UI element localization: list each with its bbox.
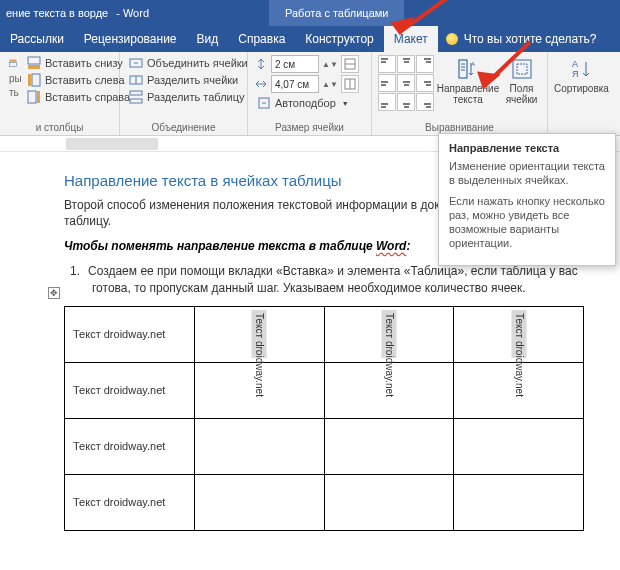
row-icon (9, 56, 17, 70)
alignment-grid (378, 55, 434, 121)
svg-rect-22 (517, 64, 527, 74)
tooltip-p2: Если нажать кнопку несколько раз, можно … (449, 194, 605, 251)
sort-icon: AЯ (569, 57, 593, 81)
group-data: AЯ Сортировка (548, 52, 612, 135)
align-bl[interactable] (378, 93, 396, 111)
svg-rect-6 (28, 91, 36, 103)
svg-rect-19 (459, 60, 467, 78)
group-rows-cols: ры ть Вставить снизу Вставить слева Вста… (0, 52, 120, 135)
split-table-icon (129, 90, 143, 104)
group-label-merge: Объединение (126, 121, 241, 135)
svg-rect-3 (28, 65, 40, 69)
col-width-control[interactable]: 4,07 см ▲▼ (254, 75, 359, 93)
group-label-rows: и столбцы (6, 121, 113, 135)
svg-text:A: A (572, 59, 578, 69)
ribbon: ры ть Вставить снизу Вставить слева Вста… (0, 52, 620, 136)
table-row: Текст droidway.net (65, 362, 584, 418)
align-bc[interactable] (397, 93, 415, 111)
svg-text:Я: Я (572, 69, 579, 79)
svg-rect-7 (37, 91, 40, 103)
contextual-tab-title: Работа с таблицами (269, 0, 404, 26)
tooltip-p1: Изменение ориентации текста в выделенных… (449, 159, 605, 188)
split-cells-button[interactable]: Разделить ячейки (126, 72, 251, 88)
autofit-button[interactable]: Автоподбор▼ (254, 95, 359, 111)
tooltip-title: Направление текста (449, 142, 605, 154)
align-tr[interactable] (416, 55, 434, 73)
cell-h[interactable]: Текст droidway.net (65, 418, 195, 474)
merge-cells-button[interactable]: Объединить ячейки (126, 55, 251, 71)
height-icon (254, 57, 268, 71)
dist-cols-button[interactable] (341, 75, 359, 93)
insert-right-icon (27, 90, 41, 104)
svg-rect-1 (10, 60, 17, 62)
split-table-button[interactable]: Разделить таблицу (126, 89, 251, 105)
insert-left-button[interactable]: Вставить слева (24, 72, 133, 88)
tab-design[interactable]: Конструктор (295, 26, 383, 52)
svg-rect-2 (28, 57, 40, 64)
tell-me[interactable]: Что вы хотите сделать? (438, 26, 605, 52)
merge-icon (129, 56, 143, 70)
tab-mailings[interactable]: Рассылки (0, 26, 74, 52)
svg-rect-5 (28, 74, 31, 86)
height-input[interactable]: 2 см (271, 55, 319, 73)
insert-below-button[interactable]: Вставить снизу (24, 55, 133, 71)
cell-v[interactable]: Текст droidway.net (454, 306, 584, 362)
row-height-control[interactable]: 2 см ▲▼ (254, 55, 359, 73)
group-alignment: A Направление текста Поля ячейки Выравни… (372, 52, 548, 135)
cell-h[interactable]: Текст droidway.net (65, 474, 195, 530)
tab-view[interactable]: Вид (187, 26, 229, 52)
align-mr[interactable] (416, 74, 434, 92)
align-ml[interactable] (378, 74, 396, 92)
width-input[interactable]: 4,07 см (271, 75, 319, 93)
app-name: - Word (108, 7, 149, 19)
svg-rect-21 (513, 60, 531, 78)
table-row: Текст droidway.net (65, 418, 584, 474)
tab-help[interactable]: Справка (228, 26, 295, 52)
split-cells-icon (129, 73, 143, 87)
group-cell-size: 2 см ▲▼ 4,07 см ▲▼ Автоподбор▼ Размер яч… (248, 52, 372, 135)
list-item-1: 1.Создаем ее при помощи вкладки «Вставка… (92, 263, 582, 295)
align-tl[interactable] (378, 55, 396, 73)
svg-rect-0 (10, 62, 17, 66)
tab-layout[interactable]: Макет (384, 26, 438, 52)
insert-above-stub[interactable] (6, 55, 20, 71)
sort-button[interactable]: AЯ Сортировка (554, 55, 609, 121)
cell-h[interactable]: Текст droidway.net (65, 306, 195, 362)
doc-title: ение текста в ворде (0, 7, 108, 19)
insert-right-button[interactable]: Вставить справа (24, 89, 133, 105)
svg-text:A: A (471, 61, 475, 67)
svg-rect-12 (130, 91, 142, 95)
rows-stub: ры (6, 72, 20, 85)
cell-margins-button[interactable]: Поля ячейки (502, 55, 541, 121)
cell-v[interactable]: Текст droidway.net (194, 306, 324, 362)
svg-rect-13 (130, 99, 142, 103)
lightbulb-icon (446, 33, 458, 45)
group-label-size: Размер ячейки (254, 121, 365, 135)
insert-below-icon (27, 56, 41, 70)
table-row: Текст droidway.net Текст droidway.net Те… (65, 306, 584, 362)
svg-rect-4 (32, 74, 40, 86)
text-direction-button[interactable]: A Направление текста (438, 55, 498, 121)
cell-h[interactable]: Текст droidway.net (65, 362, 195, 418)
cell-margins-icon (510, 57, 534, 81)
text-direction-icon: A (456, 57, 480, 81)
align-tc[interactable] (397, 55, 415, 73)
dist-rows-button[interactable] (341, 55, 359, 73)
table-row: Текст droidway.net (65, 474, 584, 530)
ribbon-tabs: Рассылки Рецензирование Вид Справка Конс… (0, 26, 620, 52)
tell-me-text: Что вы хотите сделать? (464, 32, 597, 46)
tab-review[interactable]: Рецензирование (74, 26, 187, 52)
align-mc[interactable] (397, 74, 415, 92)
insert-left-icon (27, 73, 41, 87)
insert-stub: ть (6, 86, 20, 99)
tooltip: Направление текста Изменение ориентации … (438, 133, 616, 266)
group-merge: Объединить ячейки Разделить ячейки Разде… (120, 52, 248, 135)
title-bar: ение текста в ворде - Word Работа с табл… (0, 0, 620, 26)
width-icon (254, 77, 268, 91)
autofit-icon (257, 96, 271, 110)
table-anchor-icon[interactable]: ✥ (48, 287, 60, 299)
align-br[interactable] (416, 93, 434, 111)
content-table[interactable]: Текст droidway.net Текст droidway.net Те… (64, 306, 584, 531)
cell-v[interactable]: Текст droidway.net (324, 306, 454, 362)
